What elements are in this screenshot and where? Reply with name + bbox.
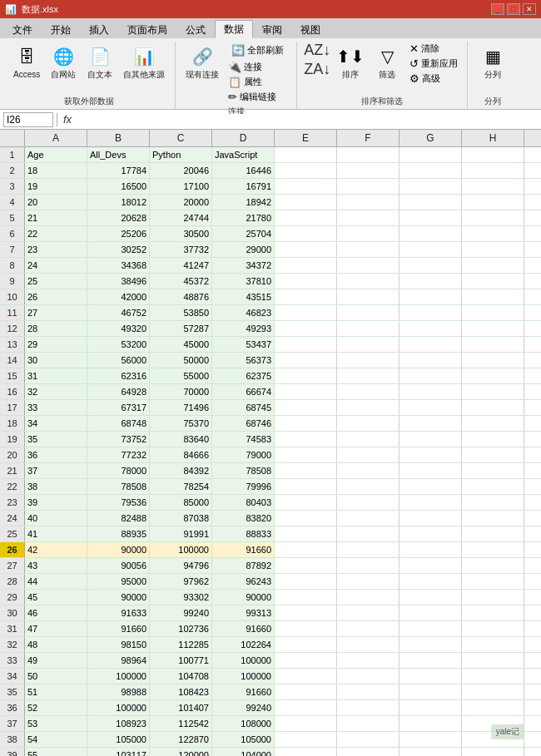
- cell[interactable]: [400, 368, 462, 383]
- cell[interactable]: 93302: [150, 590, 212, 605]
- cell[interactable]: [275, 416, 337, 431]
- cell[interactable]: 99313: [212, 605, 275, 620]
- cell[interactable]: [337, 511, 400, 526]
- cell[interactable]: 56373: [212, 353, 275, 368]
- col-header-d[interactable]: D: [212, 130, 275, 146]
- cell[interactable]: [275, 637, 337, 652]
- cell[interactable]: [462, 416, 524, 431]
- cell[interactable]: 95000: [87, 574, 150, 589]
- cell[interactable]: 99240: [212, 700, 275, 715]
- cell[interactable]: [400, 511, 462, 526]
- cell[interactable]: 100000: [87, 700, 150, 715]
- cell[interactable]: 24: [25, 258, 87, 273]
- edit-links-button[interactable]: ✏ 编辑链接: [226, 90, 290, 104]
- cell[interactable]: [462, 195, 524, 210]
- col-header-f[interactable]: F: [337, 130, 400, 146]
- cell[interactable]: 20628: [87, 210, 150, 225]
- cell[interactable]: 17784: [87, 163, 150, 178]
- existing-connections-button[interactable]: 🔗 现有连接: [182, 42, 222, 82]
- text-button[interactable]: 📄 自文本: [83, 42, 117, 82]
- cell[interactable]: 56000: [87, 353, 150, 368]
- tab-view[interactable]: 视图: [291, 22, 330, 38]
- row-number[interactable]: 3: [0, 179, 25, 194]
- cell[interactable]: [275, 289, 337, 304]
- cell[interactable]: [462, 669, 524, 684]
- cell[interactable]: 50: [25, 669, 87, 684]
- cell[interactable]: 70000: [150, 384, 212, 399]
- row-number[interactable]: 19: [0, 432, 25, 447]
- cell[interactable]: [337, 195, 400, 210]
- cell[interactable]: 38496: [87, 274, 150, 289]
- cell[interactable]: [275, 558, 337, 573]
- cell[interactable]: [275, 226, 337, 241]
- cell[interactable]: 49320: [87, 321, 150, 336]
- cell[interactable]: [337, 147, 400, 162]
- cell[interactable]: [275, 605, 337, 620]
- cell[interactable]: [462, 210, 524, 225]
- filter-button[interactable]: ▽ 筛选: [370, 42, 404, 82]
- cell[interactable]: [400, 463, 462, 478]
- other-sources-button[interactable]: 📊 自其他来源: [120, 42, 168, 82]
- cell[interactable]: 34: [25, 416, 87, 431]
- sort-button[interactable]: ⬆⬇ 排序: [334, 42, 367, 82]
- cell[interactable]: 67317: [87, 400, 150, 415]
- cell[interactable]: [462, 511, 524, 526]
- cell[interactable]: [337, 384, 400, 399]
- cell[interactable]: [462, 526, 524, 541]
- cell[interactable]: [462, 337, 524, 352]
- cell[interactable]: [337, 526, 400, 541]
- row-number[interactable]: 14: [0, 353, 25, 368]
- cell[interactable]: 42000: [87, 289, 150, 304]
- cell[interactable]: 20: [25, 195, 87, 210]
- refresh-all-button[interactable]: 🔄 全部刷新: [226, 42, 290, 59]
- cell[interactable]: 55000: [150, 368, 212, 383]
- row-number[interactable]: 23: [0, 495, 25, 510]
- cell[interactable]: [275, 163, 337, 178]
- cell[interactable]: 50000: [150, 353, 212, 368]
- cell[interactable]: [337, 337, 400, 352]
- cell[interactable]: [337, 748, 400, 756]
- row-number[interactable]: 1: [0, 147, 25, 162]
- cell[interactable]: [337, 447, 400, 462]
- cell[interactable]: [400, 210, 462, 225]
- cell[interactable]: 85000: [150, 495, 212, 510]
- cell[interactable]: 108423: [150, 684, 212, 699]
- cell[interactable]: [400, 495, 462, 510]
- row-number[interactable]: 28: [0, 574, 25, 589]
- cell[interactable]: 39: [25, 495, 87, 510]
- cell[interactable]: [462, 321, 524, 336]
- cell[interactable]: 53: [25, 716, 87, 731]
- cell[interactable]: 84666: [150, 447, 212, 462]
- cell[interactable]: [275, 463, 337, 478]
- cell[interactable]: 108000: [212, 716, 275, 731]
- cell[interactable]: 16500: [87, 179, 150, 194]
- col-header-e[interactable]: E: [275, 130, 337, 146]
- cell[interactable]: [275, 621, 337, 636]
- cell[interactable]: [337, 637, 400, 652]
- cell[interactable]: [400, 384, 462, 399]
- cell[interactable]: 120000: [150, 748, 212, 756]
- cell[interactable]: [337, 621, 400, 636]
- cell[interactable]: [400, 353, 462, 368]
- cell[interactable]: 91660: [212, 621, 275, 636]
- row-number[interactable]: 5: [0, 210, 25, 225]
- cell[interactable]: 45000: [150, 337, 212, 352]
- cell[interactable]: [337, 542, 400, 557]
- cell[interactable]: [337, 495, 400, 510]
- row-number[interactable]: 13: [0, 337, 25, 352]
- row-number[interactable]: 35: [0, 684, 25, 699]
- cell[interactable]: 53437: [212, 337, 275, 352]
- row-number[interactable]: 31: [0, 621, 25, 636]
- cell[interactable]: [337, 210, 400, 225]
- cell[interactable]: 18: [25, 163, 87, 178]
- cell[interactable]: 51: [25, 684, 87, 699]
- row-number[interactable]: 18: [0, 416, 25, 431]
- cell[interactable]: 53200: [87, 337, 150, 352]
- cell[interactable]: [275, 748, 337, 756]
- cell[interactable]: 30500: [150, 226, 212, 241]
- col-header-c[interactable]: C: [150, 130, 212, 146]
- cell[interactable]: [462, 621, 524, 636]
- cell[interactable]: 68748: [87, 416, 150, 431]
- cell[interactable]: 105000: [212, 732, 275, 747]
- cell[interactable]: [400, 195, 462, 210]
